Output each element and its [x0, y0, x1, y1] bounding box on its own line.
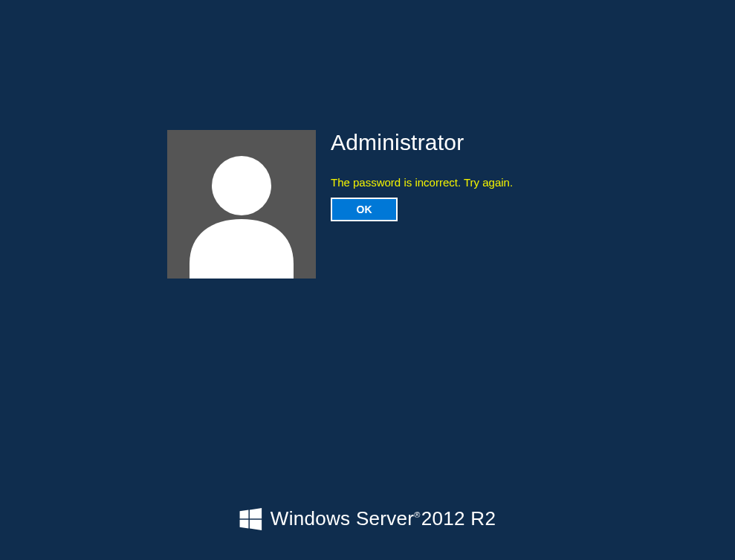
- username-label: Administrator: [331, 130, 513, 155]
- error-message: The password is incorrect. Try again.: [331, 176, 513, 189]
- ok-button[interactable]: OK: [331, 198, 398, 221]
- product-name: Windows Server®2012 R2: [271, 507, 496, 530]
- login-container: Administrator The password is incorrect.…: [167, 130, 513, 279]
- branding: Windows Server®2012 R2: [239, 507, 496, 530]
- product-name-part1: Windows Server: [271, 507, 414, 530]
- user-avatar: [167, 130, 316, 279]
- svg-point-0: [212, 156, 271, 215]
- login-info: Administrator The password is incorrect.…: [331, 130, 513, 279]
- product-year: 2012: [421, 507, 465, 530]
- user-icon: [167, 130, 316, 279]
- product-suffix: R2: [470, 507, 496, 530]
- windows-logo-icon: [239, 508, 262, 530]
